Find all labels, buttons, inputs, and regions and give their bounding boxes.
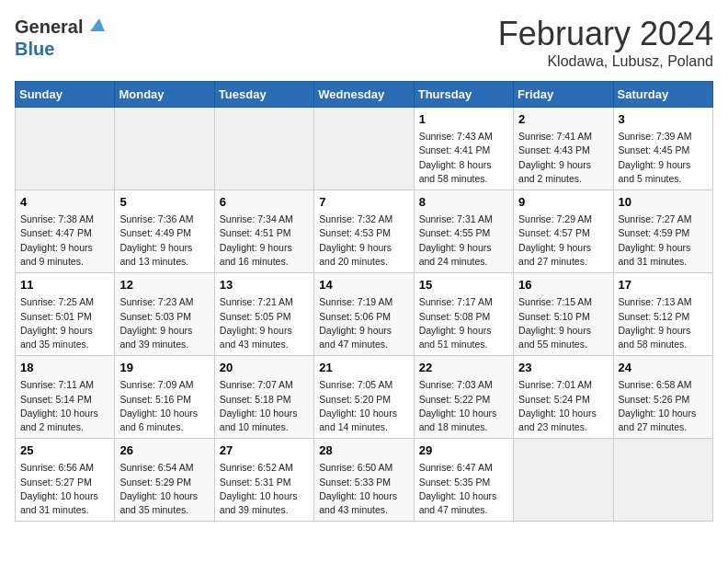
day-number: 17 [619,277,708,293]
column-header-saturday: Saturday [613,82,712,108]
calendar-cell: 22Sunrise: 7:03 AMSunset: 5:22 PMDayligh… [414,356,513,439]
cell-info: Sunrise: 6:52 AMSunset: 5:31 PMDaylight:… [220,461,309,517]
calendar-cell: 29Sunrise: 6:47 AMSunset: 5:35 PMDayligh… [414,439,513,522]
calendar-cell: 17Sunrise: 7:13 AMSunset: 5:12 PMDayligh… [613,273,712,356]
day-number: 18 [20,360,109,376]
cell-info: Sunrise: 7:13 AMSunset: 5:12 PMDaylight:… [619,295,708,351]
day-number: 7 [319,194,408,211]
cell-info: Sunrise: 7:11 AMSunset: 5:14 PMDaylight:… [20,378,109,434]
svg-marker-0 [90,18,105,31]
day-number: 2 [518,111,608,128]
day-number: 5 [119,194,209,211]
calendar-cell: 16Sunrise: 7:15 AMSunset: 5:10 PMDayligh… [514,273,613,356]
day-number: 16 [518,277,608,293]
logo-blue-text: Blue [15,39,54,60]
cell-info: Sunrise: 7:23 AMSunset: 5:03 PMDaylight:… [119,295,209,351]
day-number: 8 [419,194,508,211]
cell-info: Sunrise: 7:43 AMSunset: 4:41 PMDaylight:… [419,130,508,186]
calendar-cell: 3Sunrise: 7:39 AMSunset: 4:45 PMDaylight… [613,108,712,190]
day-number: 6 [220,194,309,211]
column-header-sunday: Sunday [16,82,115,108]
cell-info: Sunrise: 6:58 AMSunset: 5:26 PMDaylight:… [619,378,708,434]
cell-info: Sunrise: 6:56 AMSunset: 5:27 PMDaylight:… [20,461,109,517]
calendar-cell: 4Sunrise: 7:38 AMSunset: 4:47 PMDaylight… [16,190,115,273]
calendar-cell: 18Sunrise: 7:11 AMSunset: 5:14 PMDayligh… [16,356,115,439]
cell-info: Sunrise: 6:54 AMSunset: 5:29 PMDaylight:… [119,461,209,517]
cell-info: Sunrise: 7:34 AMSunset: 4:51 PMDaylight:… [220,213,309,269]
day-number: 19 [119,360,209,376]
calendar-cell: 10Sunrise: 7:27 AMSunset: 4:59 PMDayligh… [613,190,712,273]
day-number: 27 [220,442,309,459]
calendar-table: SundayMondayTuesdayWednesdayThursdayFrid… [15,81,713,522]
calendar-cell: 26Sunrise: 6:54 AMSunset: 5:29 PMDayligh… [115,439,214,522]
calendar-cell: 6Sunrise: 7:34 AMSunset: 4:51 PMDaylight… [214,190,313,273]
calendar-cell: 24Sunrise: 6:58 AMSunset: 5:26 PMDayligh… [613,356,712,439]
day-number: 12 [119,277,209,293]
day-number: 9 [518,194,608,211]
calendar-cell: 19Sunrise: 7:09 AMSunset: 5:16 PMDayligh… [115,356,214,439]
calendar-cell [514,439,613,522]
day-number: 4 [20,194,109,211]
calendar-cell [613,439,712,522]
cell-info: Sunrise: 7:25 AMSunset: 5:01 PMDaylight:… [20,295,109,351]
month-title: February 2024 [498,15,713,53]
day-number: 15 [419,277,508,293]
cell-info: Sunrise: 7:32 AMSunset: 4:53 PMDaylight:… [319,213,408,269]
cell-info: Sunrise: 7:03 AMSunset: 5:22 PMDaylight:… [419,378,508,434]
day-number: 1 [419,111,508,128]
cell-info: Sunrise: 7:01 AMSunset: 5:24 PMDaylight:… [518,378,608,434]
calendar-cell: 28Sunrise: 6:50 AMSunset: 5:33 PMDayligh… [314,439,414,522]
calendar-cell: 1Sunrise: 7:43 AMSunset: 4:41 PMDaylight… [414,108,513,190]
calendar-week-row: 4Sunrise: 7:38 AMSunset: 4:47 PMDaylight… [16,190,713,273]
calendar-cell: 5Sunrise: 7:36 AMSunset: 4:49 PMDaylight… [115,190,214,273]
cell-info: Sunrise: 7:05 AMSunset: 5:20 PMDaylight:… [319,378,408,434]
calendar-cell: 14Sunrise: 7:19 AMSunset: 5:06 PMDayligh… [314,273,414,356]
cell-info: Sunrise: 7:41 AMSunset: 4:43 PMDaylight:… [518,130,608,186]
calendar-cell: 9Sunrise: 7:29 AMSunset: 4:57 PMDaylight… [514,190,613,273]
day-number: 20 [220,360,309,376]
day-number: 28 [319,442,408,459]
cell-info: Sunrise: 7:19 AMSunset: 5:06 PMDaylight:… [319,295,408,351]
day-number: 29 [419,442,508,459]
cell-info: Sunrise: 7:27 AMSunset: 4:59 PMDaylight:… [619,213,708,269]
column-header-tuesday: Tuesday [214,82,313,108]
day-number: 14 [319,277,408,293]
cell-info: Sunrise: 6:47 AMSunset: 5:35 PMDaylight:… [419,461,508,517]
calendar-header-row: SundayMondayTuesdayWednesdayThursdayFrid… [16,82,713,108]
calendar-cell: 8Sunrise: 7:31 AMSunset: 4:55 PMDaylight… [414,190,513,273]
logo-arrow-icon [86,15,107,35]
day-number: 22 [419,360,508,376]
calendar-cell: 12Sunrise: 7:23 AMSunset: 5:03 PMDayligh… [115,273,214,356]
cell-info: Sunrise: 7:17 AMSunset: 5:08 PMDaylight:… [419,295,508,351]
calendar-week-row: 1Sunrise: 7:43 AMSunset: 4:41 PMDaylight… [16,108,713,190]
calendar-cell: 11Sunrise: 7:25 AMSunset: 5:01 PMDayligh… [16,273,115,356]
calendar-cell [115,108,214,190]
calendar-week-row: 25Sunrise: 6:56 AMSunset: 5:27 PMDayligh… [16,439,713,522]
calendar-cell [314,108,414,190]
logo: General Blue [15,15,107,60]
day-number: 10 [619,194,708,211]
cell-info: Sunrise: 7:36 AMSunset: 4:49 PMDaylight:… [119,213,209,269]
calendar-cell [16,108,115,190]
calendar-cell: 15Sunrise: 7:17 AMSunset: 5:08 PMDayligh… [414,273,513,356]
logo-general-text: General [15,17,83,38]
calendar-cell: 7Sunrise: 7:32 AMSunset: 4:53 PMDaylight… [314,190,414,273]
column-header-thursday: Thursday [414,82,513,108]
column-header-friday: Friday [514,82,613,108]
day-number: 3 [619,111,708,128]
calendar-cell: 25Sunrise: 6:56 AMSunset: 5:27 PMDayligh… [16,439,115,522]
calendar-cell: 23Sunrise: 7:01 AMSunset: 5:24 PMDayligh… [514,356,613,439]
cell-info: Sunrise: 7:29 AMSunset: 4:57 PMDaylight:… [518,213,608,269]
cell-info: Sunrise: 7:15 AMSunset: 5:10 PMDaylight:… [518,295,608,351]
calendar-week-row: 11Sunrise: 7:25 AMSunset: 5:01 PMDayligh… [16,273,713,356]
cell-info: Sunrise: 6:50 AMSunset: 5:33 PMDaylight:… [319,461,408,517]
column-header-monday: Monday [115,82,214,108]
calendar-week-row: 18Sunrise: 7:11 AMSunset: 5:14 PMDayligh… [16,356,713,439]
calendar-cell: 2Sunrise: 7:41 AMSunset: 4:43 PMDaylight… [514,108,613,190]
day-number: 25 [20,442,109,459]
column-header-wednesday: Wednesday [314,82,414,108]
day-number: 21 [319,360,408,376]
location-text: Klodawa, Lubusz, Poland [498,53,713,70]
cell-info: Sunrise: 7:21 AMSunset: 5:05 PMDaylight:… [220,295,309,351]
calendar-cell: 27Sunrise: 6:52 AMSunset: 5:31 PMDayligh… [214,439,313,522]
